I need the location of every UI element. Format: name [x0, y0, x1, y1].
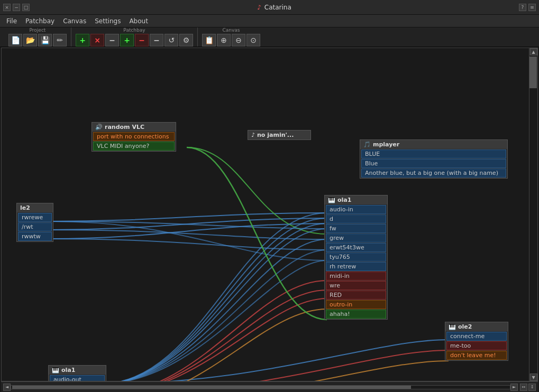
window-controls: × − □: [3, 4, 30, 11]
node-ola1-bottom[interactable]: 🎹 ola1 audio-out midi-out outro-out: [48, 365, 106, 381]
node-ole2[interactable]: 🎹 ole2 connect-me me-too don't leave me!: [445, 322, 508, 361]
menu-settings[interactable]: Settings: [90, 16, 125, 26]
canvas-screenshot-button[interactable]: 📋: [202, 34, 216, 46]
port-ola1-tyu765[interactable]: tyu765: [326, 253, 386, 262]
port-ola1-ahaha[interactable]: ahaha!: [326, 310, 386, 319]
port-ola1-rh-retrew[interactable]: rh retrew: [326, 262, 386, 271]
node-no-jamin[interactable]: ♪ no jamin'...: [248, 130, 311, 140]
node-no-jamin-title: no jamin'...: [257, 132, 294, 138]
vertical-scrollbar[interactable]: ▲ ▼: [529, 48, 537, 381]
new-project-button[interactable]: 📄: [8, 34, 22, 46]
node-no-jamin-icon: ♪: [251, 132, 255, 138]
menubar: File Patchbay Canvas Settings About: [0, 15, 539, 27]
port-ola1-midi-in[interactable]: midi-in: [326, 272, 386, 281]
port-ola1-grew[interactable]: grew: [326, 234, 386, 242]
node-le2-header[interactable]: le2: [17, 203, 53, 212]
node-le2[interactable]: le2 rwrewe /rwt rwwtw: [16, 203, 53, 242]
patchbay-remove-button[interactable]: ×: [90, 34, 104, 46]
node-ole2-header[interactable]: 🎹 ole2: [445, 322, 508, 331]
help-button[interactable]: ?: [519, 4, 526, 11]
node-random-vlc[interactable]: 🔊 random VLC port with no connections VL…: [92, 122, 176, 152]
port-mplayer-blue3[interactable]: Another blue, but a big one (with a big …: [361, 169, 506, 178]
node-random-vlc-title: random VLC: [105, 124, 144, 130]
port-ole2-connect-me[interactable]: connect-me: [446, 332, 507, 341]
port-random-vlc-no-connections[interactable]: port with no connections: [93, 132, 175, 141]
node-mplayer[interactable]: 🎵 mplayer BLUE Blue Another blue, but a …: [360, 139, 508, 179]
node-ola1-bottom-icon: 🎹: [52, 367, 59, 374]
menu-patchbay[interactable]: Patchbay: [21, 16, 59, 26]
scroll-up-arrow[interactable]: ▲: [530, 48, 537, 55]
menu-file[interactable]: File: [2, 16, 21, 26]
node-ola1-top-title: ola1: [337, 197, 351, 203]
port-ola1-RED[interactable]: RED: [326, 291, 386, 300]
save-project-button[interactable]: 💾: [38, 34, 52, 46]
port-le2-rwt[interactable]: /rwt: [18, 222, 52, 231]
canvas-zoom-fit-button[interactable]: ⊙: [246, 34, 260, 46]
bottom-bar: ◄ ► ↔ ↕: [1, 381, 538, 392]
project-group-label: Project: [30, 27, 46, 33]
port-ola1-fw[interactable]: fw: [326, 224, 386, 233]
port-ole2-me-too[interactable]: me-too: [446, 341, 507, 350]
port-random-vlc-midi[interactable]: VLC MIDI anyone?: [93, 142, 175, 151]
port-ola1-audio-out[interactable]: audio-out: [50, 375, 105, 381]
open-project-button[interactable]: 📂: [23, 34, 37, 46]
patchbay-add2-button[interactable]: +: [120, 34, 134, 46]
port-ola1-erwt54t3we[interactable]: erwt54t3we: [326, 243, 386, 252]
titlebar-right: ? ≡: [519, 4, 536, 11]
vscrollbar-thumb[interactable]: [529, 57, 537, 88]
toolbar-project-group: Project 📄 📂 💾 ✏: [4, 27, 71, 46]
canvas-zoom-out-button[interactable]: ⊖: [232, 34, 245, 46]
node-ole2-title: ole2: [458, 323, 472, 330]
titlebar: × − □ ♪ Catarina ? ≡: [0, 0, 539, 15]
corner-btn-1[interactable]: ↔: [520, 384, 527, 391]
menu-about[interactable]: About: [125, 16, 152, 26]
project-buttons: 📄 📂 💾 ✏: [8, 34, 67, 46]
node-mplayer-header[interactable]: 🎵 mplayer: [360, 140, 507, 149]
corner-btn-2[interactable]: ↕: [528, 384, 536, 391]
node-ola1-top-icon: 🎹: [328, 197, 335, 203]
patchbay-disc2-button[interactable]: −: [150, 34, 163, 46]
toolbar-patchbay-group: Patchbay + × − + − − ↺ ⚙: [71, 27, 198, 46]
node-random-vlc-header[interactable]: 🔊 random VLC: [92, 123, 176, 132]
node-ole2-icon: 🎹: [449, 323, 456, 330]
main-wrapper: 🔊 random VLC port with no connections VL…: [1, 48, 538, 392]
port-mplayer-blue2[interactable]: Blue: [361, 159, 506, 168]
patchbay-disconnect-button[interactable]: −: [105, 34, 119, 46]
hscrollbar-track[interactable]: [11, 385, 510, 389]
canvas-zoom-in-button[interactable]: ⊕: [217, 34, 231, 46]
port-ola1-wre[interactable]: wre: [326, 281, 386, 290]
node-ola1-top[interactable]: 🎹 ola1 audio-in d fw grew erwt54t3we tyu…: [324, 195, 388, 320]
canvas-group-label: Canvas: [222, 27, 240, 33]
patchbay-add-button[interactable]: +: [76, 34, 89, 46]
port-ole2-dont-leave[interactable]: don't leave me!: [446, 351, 507, 360]
toolbar-canvas-group: Canvas 📋 ⊕ ⊖ ⊙: [198, 27, 264, 46]
port-le2-rwwtw[interactable]: rwwtw: [18, 232, 52, 241]
canvas-buttons: 📋 ⊕ ⊖ ⊙: [202, 34, 260, 46]
node-no-jamin-header[interactable]: ♪ no jamin'...: [248, 130, 310, 139]
canvas-wrapper[interactable]: 🔊 random VLC port with no connections VL…: [1, 48, 538, 381]
window-title: ♪ Catarina: [30, 4, 519, 11]
hscrollbar-thumb[interactable]: [12, 386, 411, 389]
minimize-button[interactable]: −: [13, 4, 20, 11]
menu-button[interactable]: ≡: [528, 4, 536, 11]
node-mplayer-title: mplayer: [373, 141, 399, 148]
scroll-left-arrow[interactable]: ◄: [3, 384, 11, 391]
port-ola1-outro-in[interactable]: outro-in: [326, 300, 386, 309]
patchbay-refresh-button[interactable]: ↺: [165, 34, 178, 46]
node-ola1-bottom-header[interactable]: 🎹 ola1: [49, 366, 106, 375]
edit-project-button[interactable]: ✏: [53, 34, 67, 46]
port-ola1-audio-in[interactable]: audio-in: [326, 205, 386, 214]
app-icon: ♪: [257, 4, 261, 11]
scroll-right-arrow[interactable]: ►: [510, 384, 518, 391]
maximize-button[interactable]: □: [22, 4, 30, 11]
port-ola1-d[interactable]: d: [326, 214, 386, 223]
menu-canvas[interactable]: Canvas: [59, 16, 90, 26]
patchbay-settings-button[interactable]: ⚙: [179, 34, 193, 46]
close-button[interactable]: ×: [3, 4, 11, 11]
scroll-down-arrow[interactable]: ▼: [530, 374, 537, 381]
patchbay-remove2-button[interactable]: −: [135, 34, 149, 46]
port-le2-rwrewe[interactable]: rwrewe: [18, 213, 52, 222]
node-ola1-top-header[interactable]: 🎹 ola1: [325, 195, 387, 204]
node-le2-title: le2: [20, 204, 30, 211]
port-mplayer-blue1[interactable]: BLUE: [361, 150, 506, 158]
